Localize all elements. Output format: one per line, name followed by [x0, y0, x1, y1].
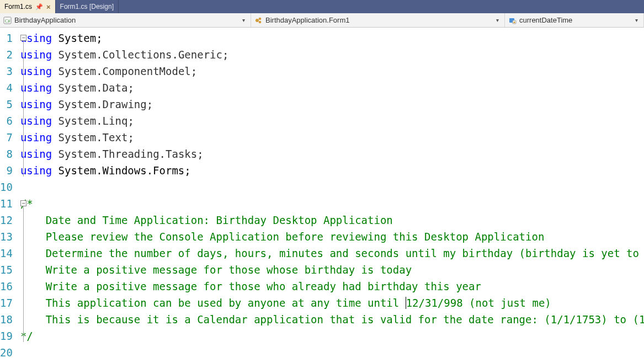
code-line[interactable]: using System.Threading.Tasks;: [19, 146, 644, 162]
type-dropdown[interactable]: BirthdayApplication.Form1 ▾: [251, 13, 505, 27]
line-number: 13: [0, 228, 13, 245]
collapse-toggle[interactable]: −: [20, 200, 26, 206]
outline-guide: [23, 206, 24, 342]
svg-point-3: [259, 17, 262, 20]
code-line[interactable]: [19, 344, 644, 361]
line-number: 1: [0, 30, 13, 46]
line-number: 9: [0, 162, 13, 179]
code-line[interactable]: Please review the Console Application be…: [19, 228, 644, 245]
chevron-down-icon: ▾: [632, 17, 640, 23]
line-number: 3: [0, 63, 13, 79]
scope-text: BirthdayApplication: [14, 16, 239, 24]
line-number: 14: [0, 245, 13, 261]
tab-form1-design[interactable]: Form1.cs [Design]: [56, 0, 119, 13]
line-number: 18: [0, 311, 13, 328]
type-text: BirthdayApplication.Form1: [265, 16, 493, 24]
member-dropdown[interactable]: currentDateTime ▾: [505, 13, 644, 27]
code-line[interactable]: This application can be used by anyone a…: [19, 295, 644, 311]
line-number: 20: [0, 344, 13, 361]
code-line[interactable]: Write a positive message for those who a…: [19, 278, 644, 295]
code-line[interactable]: using System;: [19, 30, 644, 46]
code-line[interactable]: using System.Linq;: [19, 113, 644, 129]
svg-text:C#: C#: [5, 19, 10, 24]
line-number: 11: [0, 195, 13, 212]
line-number: 2: [0, 46, 13, 63]
code-line[interactable]: Date and Time Application: Birthday Desk…: [19, 212, 644, 228]
line-number: 15: [0, 261, 13, 278]
collapse-toggle[interactable]: −: [20, 35, 26, 41]
code-line[interactable]: using System.Data;: [19, 79, 644, 96]
line-number: 17: [0, 295, 13, 311]
code-line[interactable]: */: [19, 328, 644, 344]
outline-guide: [23, 41, 24, 177]
code-line[interactable]: using System.Drawing;: [19, 96, 644, 113]
code-text-area[interactable]: using System;using System.Collections.Ge…: [19, 28, 644, 363]
line-number: 4: [0, 79, 13, 96]
line-number: 6: [0, 113, 13, 129]
tab-label: Form1.cs [Design]: [60, 3, 114, 10]
field-icon: [508, 16, 517, 25]
line-number: 12: [0, 212, 13, 228]
navigation-bar: C# BirthdayApplication ▾ BirthdayApplica…: [0, 13, 644, 28]
code-line[interactable]: Write a positive message for those whose…: [19, 261, 644, 278]
code-line[interactable]: using System.ComponentModel;: [19, 63, 644, 79]
line-number: 8: [0, 146, 13, 162]
tab-label: Form1.cs: [4, 3, 32, 10]
code-line[interactable]: /*: [19, 195, 644, 212]
close-icon[interactable]: ×: [46, 3, 51, 11]
code-line[interactable]: This is because it is a Calendar applica…: [19, 311, 644, 328]
code-line[interactable]: using System.Collections.Generic;: [19, 46, 644, 63]
chevron-down-icon: ▾: [239, 17, 247, 23]
line-number: 7: [0, 129, 13, 146]
document-tabs: Form1.cs 📌 × Form1.cs [Design]: [0, 0, 644, 13]
csharp-file-icon: C#: [3, 16, 12, 25]
member-text: currentDateTime: [519, 16, 632, 24]
chevron-down-icon: ▾: [493, 17, 501, 23]
code-line[interactable]: using System.Text;: [19, 129, 644, 146]
line-number: 16: [0, 278, 13, 295]
svg-rect-7: [514, 22, 515, 23]
code-line[interactable]: using System.Windows.Forms;: [19, 162, 644, 179]
line-number: 19: [0, 328, 13, 344]
line-number: 10: [0, 179, 13, 195]
scope-dropdown[interactable]: C# BirthdayApplication ▾: [0, 13, 251, 27]
svg-point-4: [259, 20, 262, 23]
code-line[interactable]: [19, 179, 644, 195]
class-icon: [254, 16, 263, 25]
svg-point-2: [256, 19, 259, 22]
line-number: 5: [0, 96, 13, 113]
code-editor[interactable]: 1234567891011121314151617181920 −− using…: [0, 28, 644, 363]
code-line[interactable]: Determine the number of days, hours, min…: [19, 245, 644, 261]
tab-form1-cs[interactable]: Form1.cs 📌 ×: [0, 0, 56, 13]
line-number-gutter: 1234567891011121314151617181920: [0, 28, 19, 363]
pin-icon[interactable]: 📌: [35, 3, 43, 10]
